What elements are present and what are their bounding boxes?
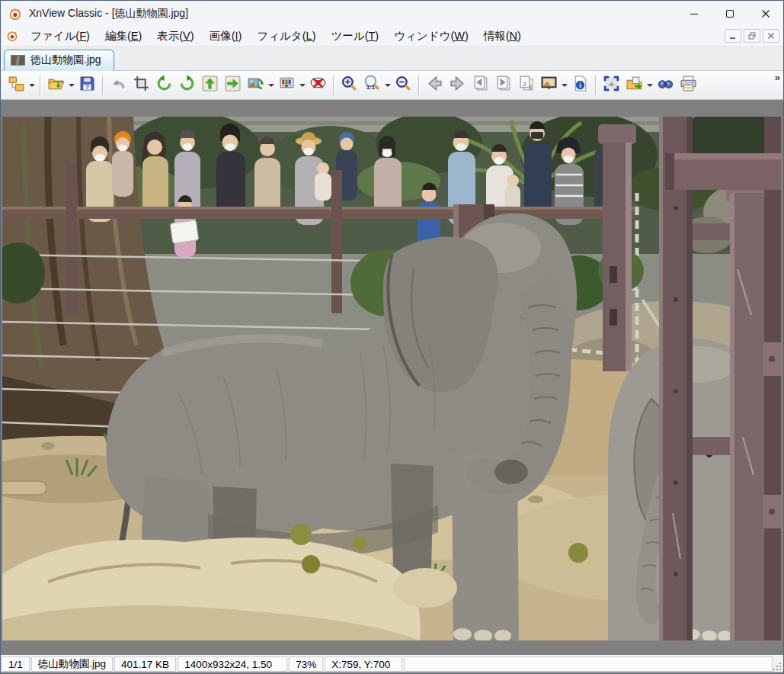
svg-text:2: 2 [523, 81, 526, 88]
menu-item-edit[interactable]: 編集(E) [98, 27, 149, 45]
toolbar-next-page-button[interactable] [491, 74, 514, 97]
status-bar: 1/1徳山動物園.jpg401.17 KB1400x932x24, 1.5073… [1, 655, 783, 673]
mdi-close-button[interactable] [763, 29, 779, 43]
toolbar-move-up-button[interactable] [198, 74, 221, 97]
toolbar-red-eye-button[interactable] [306, 74, 329, 97]
toolbar-enhance-colors-dropdown[interactable] [298, 74, 306, 97]
rotate-left-icon [155, 75, 173, 95]
previous-image-icon [426, 75, 443, 95]
zoom-out-icon [395, 75, 412, 95]
move-up-icon [201, 75, 219, 95]
photo-canvas[interactable] [2, 117, 781, 640]
image-view-background [1, 100, 783, 655]
move-next-icon [224, 75, 242, 95]
toolbar-page-select-button[interactable]: 23 [514, 74, 537, 97]
toolbar-separator [595, 75, 596, 95]
toolbar-info-button[interactable]: i [568, 74, 591, 97]
window-title: XnView Classic - [徳山動物園.jpg] [29, 7, 188, 21]
open-icon [47, 75, 65, 95]
toolbar-enhance-colors-button[interactable] [275, 74, 298, 97]
next-image-icon [449, 75, 466, 95]
maximize-button[interactable] [712, 1, 747, 26]
mdi-window-controls [725, 29, 779, 43]
toolbar-overflow-chevron[interactable]: » [775, 72, 780, 83]
toolbar-rotate-right-button[interactable] [175, 74, 198, 97]
zoom-1-1-icon: 1:1 [363, 75, 381, 95]
chevron-down-icon [647, 84, 653, 87]
toolbar-search-button[interactable] [654, 74, 677, 97]
resize-grip[interactable] [773, 661, 782, 671]
export-icon [626, 75, 643, 95]
window-controls [676, 1, 783, 26]
menubar: ファイル(F)編集(E)表示(V)画像(I)フィルタ(L)ツール(T)ウィンドウ… [1, 26, 783, 47]
toolbar-undo-button[interactable] [107, 74, 130, 97]
zoom-in-icon [341, 75, 358, 95]
toolbar-convert-button[interactable] [244, 74, 267, 97]
toolbar-browser-dropdown[interactable] [27, 74, 36, 97]
tab-strip: 徳山動物園.jpg [1, 47, 783, 71]
convert-icon [247, 75, 264, 95]
toolbar-print-button[interactable] [677, 74, 699, 97]
toolbar-slideshow-dropdown[interactable] [560, 74, 568, 97]
toolbar-zoom-1-1-button[interactable]: 1:1 [360, 74, 383, 97]
close-button[interactable] [747, 1, 783, 26]
crop-icon [133, 75, 150, 95]
menu-item-filter[interactable]: フィルタ(L) [249, 27, 323, 45]
toolbar-fullscreen-button[interactable] [600, 74, 622, 97]
mdi-minimize-button[interactable] [725, 29, 741, 43]
toolbar-separator [40, 75, 40, 95]
menu-item-view[interactable]: 表示(V) [149, 27, 201, 45]
toolbar-save-button[interactable]: ? [75, 74, 98, 97]
toolbar-zoom-in-button[interactable] [338, 74, 360, 97]
toolbar-previous-image-button[interactable] [423, 74, 446, 97]
toolbar-open-button[interactable] [44, 74, 67, 97]
tab-thumbnail-icon [11, 55, 25, 66]
toolbar-move-next-button[interactable] [221, 74, 244, 97]
toolbar-open-dropdown[interactable] [67, 74, 75, 97]
toolbar-convert-dropdown[interactable] [267, 74, 275, 97]
toolbar-export-button[interactable] [622, 74, 645, 97]
enhance-colors-icon [278, 75, 296, 95]
chevron-down-icon [29, 84, 35, 87]
status-filename: 徳山動物園.jpg [31, 656, 113, 672]
toolbar-browser-button[interactable] [5, 74, 27, 97]
next-page-icon [494, 75, 512, 95]
chevron-down-icon [69, 84, 75, 87]
toolbar-zoom-out-button[interactable] [392, 74, 414, 97]
menu-item-tools[interactable]: ツール(T) [323, 27, 386, 45]
chevron-down-icon [268, 84, 274, 87]
mdi-restore-button[interactable] [744, 29, 760, 43]
rotate-right-icon [178, 75, 196, 95]
titlebar[interactable]: XnView Classic - [徳山動物園.jpg] [1, 1, 783, 26]
toolbar-separator [418, 75, 419, 95]
toolbar-export-dropdown[interactable] [645, 74, 654, 97]
slideshow-icon [540, 75, 558, 95]
tab-label: 徳山動物園.jpg [30, 53, 101, 67]
xnview-window: XnView Classic - [徳山動物園.jpg] ファイル(F)編集(E… [0, 0, 784, 674]
toolbar-separator [333, 75, 334, 95]
menu-item-window[interactable]: ウィンドウ(W) [386, 27, 476, 45]
toolbar-crop-button[interactable] [130, 74, 152, 97]
toolbar-previous-page-button[interactable] [469, 74, 491, 97]
toolbar-rotate-left-button[interactable] [152, 74, 175, 97]
toolbar-next-image-button[interactable] [446, 74, 469, 97]
svg-text:?: ? [85, 83, 88, 91]
tab-current-image[interactable]: 徳山動物園.jpg [4, 50, 114, 71]
status-cursor-position: X:759, Y:700 [325, 656, 402, 672]
undo-icon [110, 75, 127, 95]
chevron-down-icon [385, 84, 391, 87]
svg-text:1:1: 1:1 [366, 84, 375, 91]
menu-items: ファイル(F)編集(E)表示(V)画像(I)フィルタ(L)ツール(T)ウィンドウ… [23, 27, 529, 45]
toolbar-separator [102, 75, 103, 95]
chevron-down-icon [562, 84, 568, 87]
toolbar-slideshow-button[interactable] [537, 74, 560, 97]
menu-item-file[interactable]: ファイル(F) [23, 27, 98, 45]
status-image-properties: 1400x932x24, 1.50 [178, 656, 287, 672]
menu-item-info[interactable]: 情報(N) [476, 27, 529, 45]
minimize-button[interactable] [676, 1, 712, 26]
search-icon [657, 75, 674, 95]
menu-item-image[interactable]: 画像(I) [202, 27, 250, 45]
toolbar-zoom-1-1-dropdown[interactable] [383, 74, 392, 97]
zoo-photo [2, 117, 781, 640]
xnview-logo-icon [8, 7, 22, 21]
